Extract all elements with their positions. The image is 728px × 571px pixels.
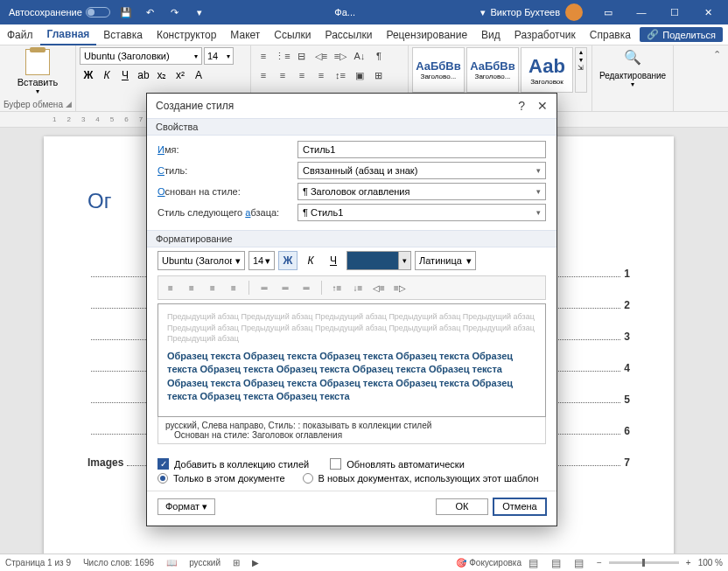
close-icon[interactable]: ✕ [537, 99, 548, 113]
auto-update-checkbox[interactable] [330, 458, 341, 470]
dialog-titlebar: Создание стиля ? ✕ [147, 94, 556, 118]
formatting-header: Форматирование [147, 230, 556, 247]
name-label: Имя: [158, 144, 298, 155]
double-space-button[interactable]: ═ [297, 279, 316, 296]
format-dropdown-button[interactable]: Формат ▾ [158, 498, 215, 515]
zoom-slider[interactable] [609, 561, 679, 564]
single-space-button[interactable]: ═ [255, 279, 274, 296]
style-label: Стиль: [158, 165, 298, 176]
next-style-label: Стиль следующего абзаца: [158, 207, 298, 218]
fmt-underline-button[interactable]: Ч [324, 251, 343, 270]
language[interactable]: русский [189, 558, 220, 568]
print-layout-icon[interactable]: ▤ [551, 557, 567, 569]
page-count[interactable]: Страница 1 из 9 [5, 558, 71, 568]
zoom-out-button[interactable]: − [597, 558, 602, 568]
read-mode-icon[interactable]: ▤ [528, 557, 544, 569]
help-icon[interactable]: ? [518, 99, 525, 113]
add-to-gallery-label: Добавить в коллекцию стилей [174, 459, 309, 470]
statusbar: Страница 1 из 9 Число слов: 1696 📖 русск… [0, 554, 728, 571]
fmt-bold-button[interactable]: Ж [278, 251, 298, 270]
create-style-dialog: Создание стиля ? ✕ Свойства Имя: Стиль1 … [146, 93, 557, 526]
add-to-gallery-checkbox[interactable]: ✓ [158, 458, 169, 470]
style-preview: Предыдущий абзац Предыдущий абзац Предыд… [158, 303, 546, 417]
properties-header: Свойства [147, 118, 556, 136]
based-on-label: Основан на стиле: [158, 186, 298, 197]
this-document-label: Только в этом документе [173, 473, 285, 484]
fmt-script-combo[interactable]: Латиница▾ [415, 251, 476, 270]
based-on-combo[interactable]: ¶ Заголовок оглавления▾ [298, 183, 546, 200]
spellcheck-icon[interactable]: 📖 [166, 558, 177, 568]
align-left-button[interactable]: ≡ [161, 279, 180, 296]
cancel-button[interactable]: Отмена [494, 498, 546, 515]
next-style-combo[interactable]: ¶ Стиль1▾ [298, 204, 546, 221]
name-input[interactable]: Стиль1 [298, 141, 546, 158]
onehalf-space-button[interactable]: ═ [276, 279, 295, 296]
macro-icon[interactable]: ▶ [252, 558, 259, 568]
new-documents-label: В новых документах, использующих этот ша… [318, 473, 539, 484]
zoom-level[interactable]: 100 % [698, 558, 723, 568]
style-type-combo[interactable]: Связанный (абзац и знак)▾ [298, 162, 546, 179]
new-documents-radio[interactable] [303, 473, 313, 484]
ok-button[interactable]: ОК [436, 498, 488, 515]
fmt-color-button[interactable]: ▾ [346, 251, 411, 270]
align-center-button[interactable]: ≡ [182, 279, 201, 296]
accessibility-icon[interactable]: ⊞ [233, 558, 240, 568]
style-description: русский, Слева направо, Стиль: : показыв… [158, 417, 546, 444]
fmt-font-combo[interactable]: Ubuntu (Заголовки)▾ [158, 251, 245, 270]
zoom-in-button[interactable]: + [686, 558, 691, 568]
increase-indent-button[interactable]: ≡▷ [390, 279, 410, 296]
focus-button[interactable]: 🎯 Фокусировка [456, 558, 522, 568]
dialog-title: Создание стиля [156, 100, 234, 112]
fmt-size-combo[interactable]: 14▾ [248, 251, 275, 270]
auto-update-label: Обновлять автоматически [346, 459, 465, 470]
space-before-down-button[interactable]: ↓≡ [348, 279, 368, 296]
para-toolbar: ≡ ≡ ≡ ≡ ═ ═ ═ ↑≡ ↓≡ ◁≡ ≡▷ [158, 275, 546, 300]
modal-overlay: Создание стиля ? ✕ Свойства Имя: Стиль1 … [0, 0, 728, 571]
web-layout-icon[interactable]: ▤ [574, 557, 590, 569]
justify-button[interactable]: ≡ [224, 279, 243, 296]
word-count[interactable]: Число слов: 1696 [83, 558, 154, 568]
fmt-italic-button[interactable]: К [301, 251, 320, 270]
align-right-button[interactable]: ≡ [203, 279, 222, 296]
this-document-radio[interactable] [158, 473, 168, 484]
decrease-indent-button[interactable]: ◁≡ [369, 279, 388, 296]
space-before-up-button[interactable]: ↑≡ [327, 279, 346, 296]
